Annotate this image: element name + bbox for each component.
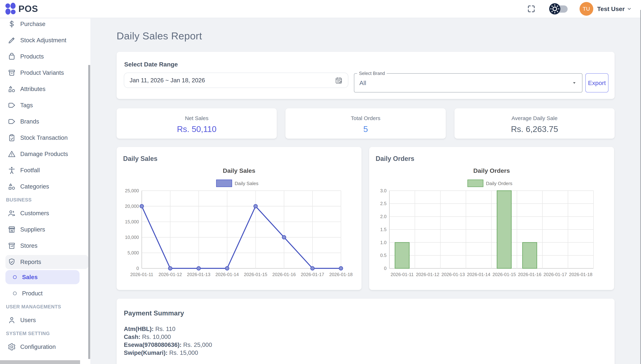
svg-text:Daily Orders: Daily Orders bbox=[473, 167, 510, 174]
svg-text:0: 0 bbox=[384, 266, 386, 271]
stat-value: Rs. 6,263.75 bbox=[511, 124, 558, 134]
date-range-input[interactable]: Jan 11, 2026 ~ Jan 18, 2026 bbox=[124, 72, 348, 88]
app-logo[interactable]: POS bbox=[0, 3, 38, 15]
avatar[interactable]: TU bbox=[579, 2, 593, 16]
caret-down-icon bbox=[572, 80, 577, 86]
brand-select-value: All bbox=[359, 80, 572, 86]
sidebar-item-label: Stock Transaction bbox=[20, 134, 68, 141]
shapes-icon bbox=[8, 182, 16, 191]
svg-text:Daily Sales: Daily Sales bbox=[223, 167, 255, 174]
sidebar-item-product[interactable]: Product bbox=[0, 285, 90, 302]
sidebar-item-damage-products[interactable]: Damage Products bbox=[0, 146, 90, 162]
date-range-label: Select Date Range bbox=[124, 61, 608, 68]
svg-text:2026-01-11: 2026-01-11 bbox=[391, 272, 414, 277]
sidebar-item-product-variants[interactable]: Product Variants bbox=[0, 65, 90, 81]
sidebar-item-label: Customers bbox=[20, 210, 49, 217]
sidebar-item-label: Users bbox=[20, 317, 36, 324]
sun-icon bbox=[549, 3, 560, 14]
brand-select-label: Select Brand bbox=[357, 71, 387, 76]
svg-text:1.5: 1.5 bbox=[380, 227, 386, 232]
stat-value: 5 bbox=[363, 124, 368, 134]
svg-text:2026-01-16: 2026-01-16 bbox=[518, 272, 541, 277]
daily-orders-card-title: Daily Orders bbox=[376, 155, 608, 162]
daily-orders-chart: Daily OrdersDaily Orders00.51.01.52.02.5… bbox=[375, 164, 608, 284]
sidebar-list: Purchase Stock Adjustment Products Produ… bbox=[0, 18, 90, 355]
svg-text:10,000: 10,000 bbox=[125, 235, 139, 240]
sidebar-horizontal-scrollbar[interactable] bbox=[0, 360, 80, 364]
svg-text:0.5: 0.5 bbox=[380, 253, 386, 258]
sidebar-item-attributes[interactable]: Attributes bbox=[0, 81, 90, 97]
sidebar-item-configuration[interactable]: Configuration bbox=[0, 339, 90, 355]
sidebar-item-stock-transaction[interactable]: Stock Transaction bbox=[0, 130, 90, 146]
sidebar-item-brands[interactable]: Brands bbox=[0, 114, 90, 130]
person-standing-icon bbox=[8, 166, 16, 174]
calendar-icon[interactable] bbox=[335, 76, 343, 84]
sidebar-section-user-managements: USER MANAGEMENTS bbox=[0, 302, 90, 312]
payment-entry-value: Rs. 110 bbox=[155, 326, 175, 332]
people-icon bbox=[8, 209, 16, 218]
window-scrollbar[interactable] bbox=[640, 10, 641, 364]
sidebar-item-footfall[interactable]: Footfall bbox=[0, 162, 90, 178]
pos-logo-icon bbox=[6, 3, 16, 15]
payment-entry-label: Swipe(Kumari): bbox=[124, 350, 168, 356]
svg-text:2.5: 2.5 bbox=[380, 201, 386, 206]
store-icon bbox=[8, 242, 16, 250]
sidebar-vertical-scrollbar[interactable] bbox=[88, 65, 90, 359]
sidebar-item-label: Stores bbox=[20, 242, 38, 249]
sidebar-item-label: Purchase bbox=[20, 20, 45, 28]
sidebar-item-label: Footfall bbox=[20, 167, 40, 174]
user-name[interactable]: Test User bbox=[597, 6, 625, 12]
svg-text:25,000: 25,000 bbox=[125, 188, 139, 193]
sidebar-item-categories[interactable]: Categories bbox=[0, 178, 90, 195]
payment-entry-label: Cash: bbox=[124, 334, 140, 340]
sidebar-item-label: Product Variants bbox=[20, 69, 64, 76]
clipboard-check-icon bbox=[8, 134, 16, 142]
svg-text:2.0: 2.0 bbox=[380, 214, 386, 219]
pencil-icon bbox=[8, 36, 16, 44]
sidebar-item-suppliers[interactable]: Suppliers bbox=[0, 221, 90, 238]
svg-text:5,000: 5,000 bbox=[127, 250, 139, 255]
fullscreen-icon[interactable] bbox=[527, 5, 535, 13]
theme-toggle[interactable] bbox=[549, 3, 568, 14]
circle-icon bbox=[13, 291, 17, 296]
sidebar-item-products[interactable]: Products bbox=[0, 48, 90, 65]
svg-text:3.0: 3.0 bbox=[380, 188, 386, 193]
sidebar-item-users[interactable]: Users bbox=[0, 312, 90, 328]
shapes-icon bbox=[8, 85, 16, 93]
daily-orders-chart-card: Daily Orders Daily OrdersDaily Orders00.… bbox=[369, 147, 614, 290]
stat-label: Average Daily Sale bbox=[512, 115, 558, 121]
date-range-value: Jan 11, 2026 ~ Jan 18, 2026 bbox=[130, 77, 335, 84]
sidebar-item-label: Stock Adjustment bbox=[20, 37, 66, 44]
svg-text:2026-01-13: 2026-01-13 bbox=[187, 272, 210, 277]
daily-sales-chart: Daily SalesDaily Sales05,00010,00015,000… bbox=[123, 164, 355, 284]
svg-text:2026-01-18: 2026-01-18 bbox=[329, 272, 352, 277]
sidebar-item-label: Categories bbox=[20, 183, 49, 190]
filter-row: Jan 11, 2026 ~ Jan 18, 2026 Select Brand… bbox=[124, 72, 608, 92]
main-content: Daily Sales Report Select Date Range Jan… bbox=[90, 18, 641, 364]
svg-text:2026-01-14: 2026-01-14 bbox=[467, 272, 490, 277]
payment-total: Gross Sales: Rs. 50,110 bbox=[124, 362, 607, 364]
shopping-bag-icon bbox=[8, 52, 16, 61]
sidebar-item-purchase[interactable]: Purchase bbox=[0, 18, 90, 32]
sidebar-item-stock-adjustment[interactable]: Stock Adjustment bbox=[0, 32, 90, 48]
brand-select[interactable]: Select Brand All bbox=[354, 73, 582, 92]
chevron-down-icon[interactable] bbox=[626, 6, 632, 12]
sidebar-item-label: Sales bbox=[22, 274, 38, 280]
archive-box-icon bbox=[8, 68, 16, 77]
payment-entry-label: Esewa(9708080636): bbox=[124, 342, 181, 348]
sidebar: Purchase Stock Adjustment Products Produ… bbox=[0, 18, 90, 364]
payment-summary-title: Payment Summary bbox=[124, 310, 607, 317]
sidebar-item-customers[interactable]: Customers bbox=[0, 205, 90, 221]
sidebar-item-label: Tags bbox=[20, 102, 33, 109]
sidebar-item-tags[interactable]: Tags bbox=[0, 97, 90, 114]
sidebar-item-sales[interactable]: Sales bbox=[6, 270, 80, 284]
sidebar-item-reports[interactable]: Reports bbox=[6, 255, 88, 269]
sidebar-item-stores[interactable]: Stores bbox=[0, 238, 90, 254]
theme-toggle-thumb bbox=[549, 3, 560, 14]
payment-entry: Cash: Rs. 10,000 bbox=[124, 333, 607, 341]
svg-text:2026-01-12: 2026-01-12 bbox=[158, 272, 182, 277]
export-button[interactable]: Export bbox=[585, 73, 608, 92]
svg-text:2026-01-17: 2026-01-17 bbox=[544, 272, 567, 277]
tag-icon bbox=[8, 117, 16, 126]
page-title: Daily Sales Report bbox=[117, 30, 615, 42]
